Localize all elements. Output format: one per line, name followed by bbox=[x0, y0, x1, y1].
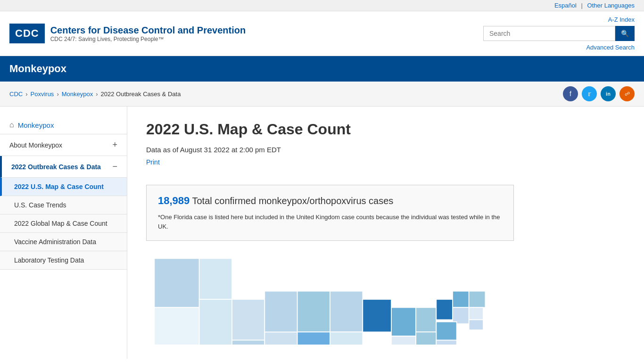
sidebar-home-link[interactable]: ⌂ Monkeypox bbox=[0, 116, 127, 134]
state-nj bbox=[436, 322, 456, 340]
state-id bbox=[199, 258, 232, 299]
breadcrumb-sep1: › bbox=[25, 90, 27, 98]
state-wi bbox=[330, 291, 363, 332]
separator: | bbox=[581, 2, 583, 9]
cdc-logo-text: CDC bbox=[15, 27, 39, 39]
state-ct bbox=[469, 307, 483, 320]
state-il bbox=[330, 332, 363, 345]
sidebar: ⌂ Monkeypox About Monkeypox + 2022 Outbr… bbox=[0, 107, 127, 359]
search-icon: 🔍 bbox=[621, 30, 629, 37]
state-md bbox=[436, 340, 456, 345]
sidebar-about-label: About Monkeypox bbox=[9, 141, 62, 149]
search-button[interactable]: 🔍 bbox=[615, 26, 635, 41]
sidebar-subitem-ustrends[interactable]: U.S. Case Trends bbox=[0, 196, 127, 214]
us-map bbox=[146, 250, 514, 345]
cdc-logo: CDC bbox=[9, 24, 45, 43]
state-vt bbox=[453, 291, 469, 308]
state-ut bbox=[232, 340, 264, 345]
top-utility-bar: Español | Other Languages bbox=[0, 0, 644, 11]
sidebar-subitem-vaccine[interactable]: Vaccine Administration Data bbox=[0, 233, 127, 251]
state-mt bbox=[199, 299, 232, 345]
breadcrumb-sep3: › bbox=[96, 90, 98, 98]
state-ri bbox=[469, 320, 483, 330]
search-row: 🔍 bbox=[483, 26, 635, 41]
map-area bbox=[146, 250, 514, 345]
sidebar-outbreak-label: 2022 Outbreak Cases & Data bbox=[11, 163, 101, 171]
org-tagline: CDC 24/7: Saving Lives, Protecting Peopl… bbox=[50, 36, 246, 42]
sidebar-subitem-lab[interactable]: Laboratory Testing Data bbox=[0, 251, 127, 270]
state-oh bbox=[391, 307, 416, 336]
state-va bbox=[416, 332, 436, 345]
state-wa bbox=[154, 258, 199, 307]
breadcrumb-sep2: › bbox=[57, 90, 58, 98]
state-wy bbox=[232, 299, 264, 340]
breadcrumb-bar: CDC › Poxvirus › Monkeypox › 2022 Outbre… bbox=[0, 82, 644, 107]
data-date: Data as of August 31 2022 at 2:00 pm EDT bbox=[146, 146, 625, 154]
rss-icon[interactable]: ☍ bbox=[619, 86, 635, 101]
state-or bbox=[154, 307, 199, 345]
org-text: Centers for Disease Control and Preventi… bbox=[50, 25, 246, 42]
logo-area: CDC Centers for Disease Control and Prev… bbox=[9, 24, 246, 43]
state-mn bbox=[297, 291, 330, 332]
state-pa bbox=[416, 307, 436, 332]
twitter-icon[interactable]: 𝕣 bbox=[582, 86, 597, 101]
state-ia bbox=[297, 332, 330, 345]
sidebar-subitem-globalmap[interactable]: 2022 Global Map & Case Count bbox=[0, 214, 127, 233]
sidebar-about-expand: + bbox=[112, 140, 117, 150]
home-icon: ⌂ bbox=[9, 121, 14, 129]
state-me bbox=[469, 291, 486, 308]
breadcrumb: CDC › Poxvirus › Monkeypox › 2022 Outbre… bbox=[9, 90, 181, 98]
breadcrumb-monkeypox[interactable]: Monkeypox bbox=[62, 90, 93, 98]
case-count-headline: 18,989 Total confirmed monkeypox/orthopo… bbox=[158, 195, 502, 207]
state-wv bbox=[391, 336, 416, 345]
state-mi bbox=[363, 299, 391, 332]
header-right: A-Z Index 🔍 Advanced Search bbox=[483, 16, 635, 51]
main-container: ⌂ Monkeypox About Monkeypox + 2022 Outbr… bbox=[0, 107, 644, 359]
page-title: 2022 U.S. Map & Case Count bbox=[146, 121, 625, 138]
state-nd bbox=[264, 291, 297, 332]
us-map-svg bbox=[146, 250, 514, 345]
breadcrumb-current: 2022 Outbreak Cases & Data bbox=[101, 90, 181, 98]
state-ny bbox=[436, 299, 453, 320]
az-index-link[interactable]: A-Z Index bbox=[608, 16, 635, 23]
advanced-search-link[interactable]: Advanced Search bbox=[586, 44, 635, 51]
case-note: *One Florida case is listed here but inc… bbox=[158, 213, 502, 231]
site-header: CDC Centers for Disease Control and Prev… bbox=[0, 11, 644, 56]
breadcrumb-poxvirus[interactable]: Poxvirus bbox=[31, 90, 54, 98]
search-input[interactable] bbox=[483, 26, 615, 41]
breadcrumb-cdc[interactable]: CDC bbox=[9, 90, 23, 98]
state-ma bbox=[453, 307, 469, 324]
sidebar-subitems: 2022 U.S. Map & Case Count U.S. Case Tre… bbox=[0, 178, 127, 270]
section-banner: Monkeypox bbox=[0, 56, 644, 82]
banner-title: Monkeypox bbox=[9, 63, 66, 74]
espanol-link[interactable]: Español bbox=[554, 2, 577, 9]
sidebar-item-about[interactable]: About Monkeypox + bbox=[0, 134, 127, 156]
state-co bbox=[264, 332, 297, 345]
facebook-icon[interactable]: f bbox=[563, 86, 578, 101]
sidebar-item-outbreak[interactable]: 2022 Outbreak Cases & Data − bbox=[0, 156, 127, 178]
sidebar-home-label: Monkeypox bbox=[18, 121, 54, 129]
social-icons: f 𝕣 in ☍ bbox=[563, 86, 635, 101]
sidebar-subitem-usmap[interactable]: 2022 U.S. Map & Case Count bbox=[0, 178, 127, 196]
main-content: 2022 U.S. Map & Case Count Data as of Au… bbox=[127, 107, 644, 359]
print-link[interactable]: Print bbox=[146, 158, 160, 166]
org-name: Centers for Disease Control and Preventi… bbox=[50, 25, 246, 36]
linkedin-icon[interactable]: in bbox=[601, 86, 616, 101]
case-count-text: Total confirmed monkeypox/orthopoxvirus … bbox=[192, 196, 394, 206]
case-count-box: 18,989 Total confirmed monkeypox/orthopo… bbox=[146, 185, 514, 241]
case-number: 18,989 bbox=[158, 195, 190, 206]
sidebar-outbreak-collapse: − bbox=[112, 162, 117, 172]
other-languages-link[interactable]: Other Languages bbox=[587, 2, 635, 9]
